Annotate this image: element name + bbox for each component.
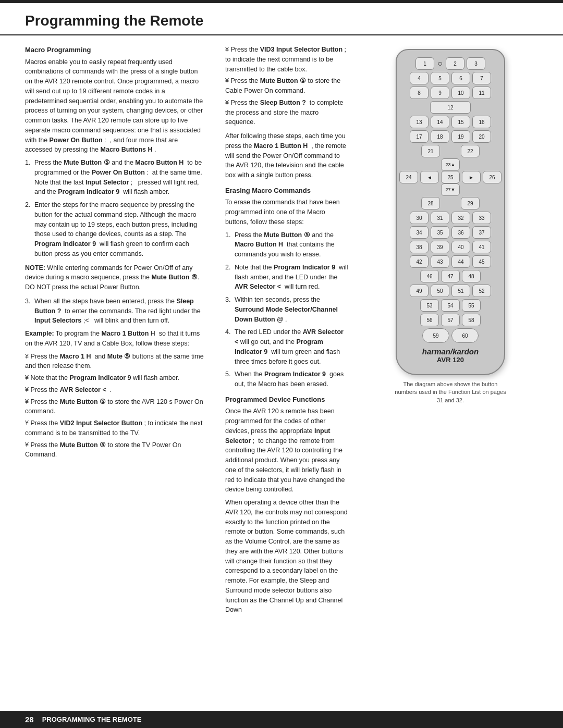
remote-btn-9[interactable]: 9 <box>431 87 449 99</box>
remote-btn-25-right[interactable]: ► <box>462 171 481 183</box>
example-intro: Example: To program the Macro 1 Button H… <box>25 329 206 349</box>
e-step2: 2. Note that the Program Indicator 9 wil… <box>225 263 348 292</box>
remote-btn-38[interactable]: 38 <box>410 241 429 253</box>
remote-btn-29[interactable]: 29 <box>461 197 480 209</box>
remote-btn-30[interactable]: 30 <box>410 212 429 224</box>
remote-btn-46[interactable]: 46 <box>420 270 439 282</box>
step2-text: Enter the steps for the macro sequence b… <box>34 200 206 259</box>
remote-btn-18[interactable]: 18 <box>431 130 449 143</box>
remote-btn-1[interactable]: 1 <box>415 57 434 70</box>
remote-btn-20[interactable]: 20 <box>472 130 491 143</box>
remote-btn-21[interactable]: 21 <box>421 145 440 157</box>
nav-down-row: 27▼ <box>420 183 481 196</box>
remote-row13: 53 54 55 <box>403 299 498 312</box>
remote-btn-36[interactable]: 36 <box>451 226 470 239</box>
remote-btn-7[interactable]: 7 <box>472 72 491 84</box>
remote-btn-26[interactable]: 26 <box>483 171 501 183</box>
e-step5-text: When the Program Indicator 9 goes out, t… <box>235 369 348 389</box>
remote-btn-32[interactable]: 32 <box>451 212 470 224</box>
bullet9-text: ¥ Press the Sleep Button ? to complete t… <box>225 98 348 127</box>
bullet2: ¥ Note that the Program Indicator 9 will… <box>25 373 206 383</box>
remote-btn-6[interactable]: 6 <box>451 72 470 84</box>
e-step5: 5. When the Program Indicator 9 goes out… <box>225 369 348 389</box>
remote-row4: 12 <box>403 101 498 114</box>
step1: 1. Press the Mute Button ⑤ and the Macro… <box>25 158 206 197</box>
e-step4-num: 4. <box>225 327 235 337</box>
remote-btn-23[interactable]: 23▲ <box>441 158 460 171</box>
remote-btn-47[interactable]: 47 <box>441 270 460 282</box>
remote-row5: 13 14 15 16 <box>403 116 498 128</box>
remote-btn-5[interactable]: 5 <box>431 72 449 84</box>
remote-btn-12[interactable]: 12 <box>430 101 471 114</box>
remote-btn-41[interactable]: 41 <box>472 241 491 253</box>
remote-btn-57[interactable]: 57 <box>441 314 460 326</box>
remote-btn-22[interactable]: 22 <box>461 145 480 157</box>
remote-btn-48[interactable]: 48 <box>462 270 481 282</box>
remote-btn-13[interactable]: 13 <box>410 116 429 128</box>
remote-btn-10[interactable]: 10 <box>451 87 470 99</box>
remote-wrapper: 1 ○ 2 3 4 5 6 7 8 9 <box>393 49 508 404</box>
remote-btn-49[interactable]: 49 <box>410 285 429 297</box>
nav-cluster: 21 22 23▲ 24 ◄ 25 ► <box>403 145 498 209</box>
remote-model: AVR 120 <box>403 356 498 364</box>
remote-btn-25[interactable]: ◄ <box>420 171 439 183</box>
remote-btn-19[interactable]: 19 <box>451 130 470 143</box>
programmed-device-heading: Programmed Device Functions <box>225 394 348 405</box>
e-step5-num: 5. <box>225 369 235 379</box>
remote-btn-39[interactable]: 39 <box>431 241 449 253</box>
remote-btn-55[interactable]: 55 <box>462 299 481 312</box>
e-step2-num: 2. <box>225 263 235 273</box>
remote-btn-60[interactable]: 60 <box>451 328 479 343</box>
bullet3-text: ¥ Press the AVR Selector < . <box>25 385 112 395</box>
e-step3-num: 3. <box>225 295 235 305</box>
remote-btn-33[interactable]: 33 <box>472 212 491 224</box>
left-column: Macro Programming Macros enable you to e… <box>0 35 219 711</box>
e-step1-text: Press the Mute Button ⑤ and the Macro Bu… <box>235 230 348 260</box>
remote-btn-54[interactable]: 54 <box>441 299 460 312</box>
erasing-intro: To erase the commands that have been pro… <box>225 198 348 227</box>
remote-btn-34[interactable]: 34 <box>410 226 429 239</box>
remote-btn-16[interactable]: 16 <box>472 116 491 128</box>
remote-btn-50[interactable]: 50 <box>431 285 449 297</box>
remote-btn-40[interactable]: 40 <box>451 241 470 253</box>
macro-programming-heading: Macro Programming <box>25 45 206 55</box>
after-steps-para: After following these steps, each time y… <box>225 131 348 180</box>
middle-column: ¥ Press the VID3 Input Selector Button ;… <box>219 35 354 711</box>
remote-btn-51[interactable]: 51 <box>451 285 470 297</box>
remote-btn-35[interactable]: 35 <box>431 226 449 239</box>
remote-btn-31[interactable]: 31 <box>431 212 449 224</box>
remote-btn-11[interactable]: 11 <box>472 87 491 99</box>
remote-btn-14[interactable]: 14 <box>431 116 449 128</box>
remote-btn-37[interactable]: 37 <box>472 226 491 239</box>
remote-btn-8[interactable]: 8 <box>410 87 429 99</box>
remote-btn-17[interactable]: 17 <box>410 130 429 143</box>
remote-btn-27[interactable]: 27▼ <box>441 183 460 196</box>
remote-row1: 1 ○ 2 3 <box>403 57 498 70</box>
remote-btn-53[interactable]: 53 <box>420 299 439 312</box>
remote-circle: ○ <box>436 57 444 70</box>
remote-btn-2[interactable]: 2 <box>446 57 464 70</box>
remote-btn-56[interactable]: 56 <box>420 314 439 326</box>
e-step3: 3. Within ten seconds, press the Surroun… <box>225 295 348 324</box>
bullet2-text: ¥ Note that the Program Indicator 9 will… <box>25 373 179 383</box>
remote-btn-24[interactable]: 24 <box>399 171 418 183</box>
bullet7: ¥ Press the VID3 Input Selector Button ;… <box>225 45 348 74</box>
remote-btn-28[interactable]: 28 <box>421 197 440 209</box>
e-step3-text: Within ten seconds, press the Surround M… <box>235 295 348 324</box>
bullet4-text: ¥ Press the Mute Button ⑤ to store the A… <box>25 397 206 417</box>
note-block: NOTE: While entering commands for Power … <box>25 263 206 292</box>
remote-btn-44[interactable]: 44 <box>451 255 470 268</box>
remote-btn-59[interactable]: 59 <box>422 328 449 343</box>
remote-btn-3[interactable]: 3 <box>467 57 485 70</box>
remote-btn-45[interactable]: 45 <box>472 255 491 268</box>
remote-btn-58[interactable]: 58 <box>462 314 481 326</box>
remote-btn-42[interactable]: 42 <box>410 255 429 268</box>
remote-row2: 4 5 6 7 <box>403 72 498 84</box>
remote-btn-25-center[interactable]: 25 <box>441 171 460 183</box>
remote-btn-4[interactable]: 4 <box>410 72 429 84</box>
programmed-device-text2: When operating a device other than the A… <box>225 498 348 615</box>
remote-btn-43[interactable]: 43 <box>431 255 449 268</box>
remote-btn-52[interactable]: 52 <box>472 285 491 297</box>
nav-mid-row: 24 ◄ 25 ► 26 <box>399 171 501 183</box>
remote-btn-15[interactable]: 15 <box>451 116 470 128</box>
